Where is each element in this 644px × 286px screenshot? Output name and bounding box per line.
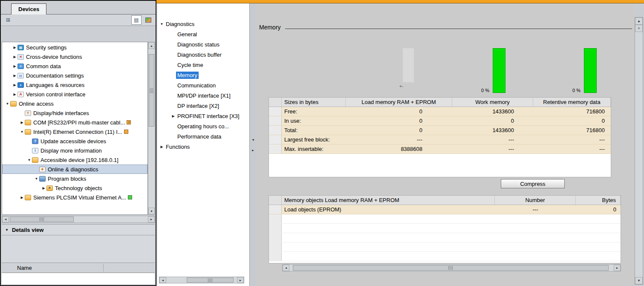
tree-item[interactable]: ▼Online access <box>2 99 147 108</box>
tab-devices[interactable]: Devices <box>11 3 46 14</box>
diag-hscroll-track[interactable] <box>166 277 237 283</box>
diag-nav-item[interactable]: Diagnostic status <box>157 39 249 49</box>
scroll-down-icon[interactable]: ▼ <box>148 208 155 214</box>
diag-hscroll-thumb[interactable] <box>187 277 234 283</box>
device-overview-button[interactable] <box>143 15 153 25</box>
name-column-label: Name <box>17 265 32 271</box>
scroll-left-icon[interactable]: ◄ <box>283 265 289 271</box>
diag-nav-item[interactable]: Cycle time <box>157 60 249 70</box>
diag-horizontal-scrollbar[interactable]: ◄ ► <box>159 277 244 283</box>
table-row[interactable]: Load objects (EPROM)---0 <box>269 205 621 214</box>
chevron-right-icon[interactable]: ▶ <box>19 196 25 199</box>
scroll-down-icon[interactable]: ▼ <box>635 277 643 284</box>
diag-nav-item[interactable]: Diagnostics buffer <box>157 49 249 60</box>
table-corner <box>269 196 282 205</box>
chevron-down-icon[interactable]: ▼ <box>19 130 25 134</box>
tree-item[interactable]: ▼Program blocks <box>2 174 147 183</box>
scroll-left-icon[interactable]: ◄ <box>159 277 166 283</box>
tree-item[interactable]: ▶Technology objects <box>2 183 147 193</box>
table-row[interactable]: Free:01433600716800 <box>269 107 611 116</box>
diag-nav-item[interactable]: DP interface [X2] <box>157 101 249 111</box>
diag-nav-item[interactable]: MPI/DP interface [X1] <box>157 90 249 101</box>
empty-row <box>269 233 621 243</box>
tree-item[interactable]: ▶Security settings <box>2 43 147 52</box>
tree-item[interactable]: ▶Version control interface <box>2 90 147 99</box>
scroll-right-icon[interactable]: ► <box>237 277 244 283</box>
tree-item[interactable]: ▶Common data <box>2 61 147 71</box>
tree-item[interactable]: Online & diagnostics <box>2 165 147 174</box>
chevron-down-icon[interactable]: ▼ <box>26 158 32 162</box>
diag-nav-item[interactable]: ▶Functions <box>157 142 249 152</box>
chevron-down-icon[interactable]: ▼ <box>5 102 10 106</box>
table-row[interactable]: Total:01433600716800 <box>269 126 611 135</box>
diag-nav-item[interactable]: Memory <box>157 70 249 80</box>
main-vscroll-track[interactable] <box>635 32 643 277</box>
row-gutter <box>269 214 282 223</box>
tree-item[interactable]: Update accessible devices <box>2 136 147 146</box>
scroll-left-icon[interactable]: ◄ <box>2 216 9 222</box>
tree-item[interactable]: ▶Siemens PLCSIM Virtual Ethernet A... <box>2 193 147 202</box>
collapse-left-icon[interactable]: ◄ <box>251 138 254 141</box>
empty-cell <box>282 233 621 242</box>
tree-item[interactable]: ▶Cross-device functions <box>2 52 147 61</box>
chevron-right-icon[interactable]: ▶ <box>159 145 165 149</box>
scroll-right-icon[interactable]: ► <box>148 216 155 222</box>
gauge-bar <box>584 48 597 93</box>
chevron-right-icon[interactable]: ▶ <box>41 186 46 190</box>
scroll-menu-icon[interactable]: ≡ <box>635 25 643 32</box>
chevron-right-icon[interactable]: ▶ <box>12 83 17 87</box>
compress-button[interactable]: Compress <box>501 179 565 188</box>
tree-item[interactable]: ▶COM [RS232/PPI multi-master cabl...? <box>2 118 147 127</box>
scroll-up-icon[interactable]: ▲ <box>635 17 643 25</box>
empty-cell <box>282 224 621 233</box>
diag-nav-item[interactable]: ▶PROFINET interface [X3] <box>157 111 249 121</box>
tree-vscroll-track[interactable] <box>148 49 155 208</box>
tree-item[interactable]: ▼Intel(R) Ethernet Connection (11) I... <box>2 127 147 136</box>
diag-nav-item[interactable]: Communication <box>157 80 249 90</box>
chevron-right-icon[interactable]: ▶ <box>170 114 176 118</box>
details-view-header[interactable]: ▼ Details view <box>2 224 155 235</box>
scroll-right-icon[interactable]: ► <box>614 265 621 271</box>
tree-item[interactable]: ▶Documentation settings <box>2 71 147 80</box>
column-divider[interactable] <box>103 264 104 272</box>
tree-vertical-scrollbar[interactable]: ▲ ▼ <box>148 42 155 215</box>
tree-hscroll-track[interactable] <box>9 216 148 222</box>
chevron-right-icon[interactable]: ▶ <box>12 64 17 68</box>
chevron-down-icon[interactable]: ▼ <box>159 22 165 26</box>
main-hscroll-thumb[interactable] <box>293 265 609 271</box>
main-horizontal-scrollbar[interactable]: ◄ ► <box>282 264 621 272</box>
diag-nav-label: General <box>176 31 198 38</box>
tree-hscroll-thumb[interactable] <box>10 217 74 222</box>
tree-item[interactable]: Display more information <box>2 146 147 155</box>
details-name-header[interactable]: Name <box>2 263 155 273</box>
tree-item-label: Technology objects <box>55 185 102 191</box>
tree-options-button[interactable]: ⊞ <box>3 15 13 25</box>
collapse-right-icon[interactable]: ► <box>251 149 254 152</box>
tree-item[interactable]: ▶Languages & resources <box>2 80 147 90</box>
diag-nav-item[interactable]: ▼Diagnostics <box>157 19 249 29</box>
tree-vscroll-thumb[interactable] <box>149 54 154 127</box>
chevron-right-icon[interactable]: ▶ <box>12 92 17 96</box>
details-columns-button[interactable]: ▤ <box>131 15 142 25</box>
table-row[interactable]: In use:000 <box>269 116 611 126</box>
table-row[interactable]: Max. insertable:8388608------ <box>269 144 611 154</box>
tree-item-label: Common data <box>26 63 61 69</box>
tree-horizontal-scrollbar[interactable]: ◄ ► <box>2 216 155 223</box>
security-settings-icon <box>17 45 24 50</box>
chevron-right-icon[interactable]: ▶ <box>12 55 17 59</box>
chevron-right-icon[interactable]: ▶ <box>12 46 17 49</box>
main-hscroll-track[interactable] <box>289 265 614 271</box>
diag-nav-item[interactable]: Operating hours co... <box>157 121 249 131</box>
chevron-right-icon[interactable]: ▶ <box>12 74 17 78</box>
online-access-icon <box>10 101 17 107</box>
diag-nav-item[interactable]: General <box>157 29 249 39</box>
tree-item[interactable]: Display/hide interfaces <box>2 108 147 118</box>
chevron-right-icon[interactable]: ▶ <box>19 121 25 124</box>
table-row[interactable]: Largest free block:--------- <box>269 135 611 144</box>
diag-nav-item[interactable]: Performance data <box>157 131 249 142</box>
main-vertical-scrollbar[interactable]: ▲ ≡ ▼ <box>635 17 643 285</box>
tree-item[interactable]: ▼Accessible device [192.168.0.1] <box>2 155 147 165</box>
panel-splitter[interactable]: ◄ ► <box>250 3 256 286</box>
scroll-up-icon[interactable]: ▲ <box>148 42 155 49</box>
chevron-down-icon[interactable]: ▼ <box>34 177 39 181</box>
